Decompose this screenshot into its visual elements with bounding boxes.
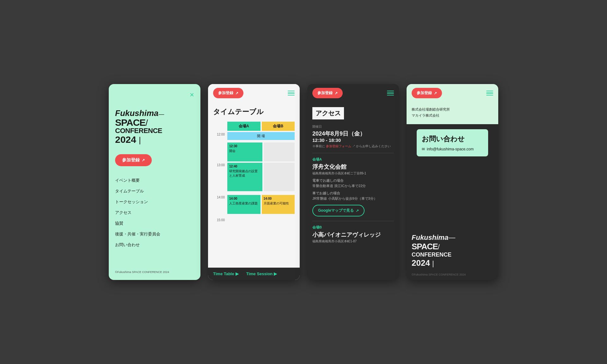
register-button[interactable]: 参加登録 ↗	[115, 154, 152, 166]
registration-link[interactable]: 参加登録フォーム	[326, 144, 351, 148]
time-label-1500: 15:00	[213, 218, 226, 222]
timetable-grid: 12:00 開 場 12:30 開会 13:00 12:40 研究開発拠点の設置…	[213, 132, 295, 222]
screen-menu: × Fukushima— SPACE/ CONFERENCE 2024 | 参加…	[109, 84, 200, 280]
car-detail: JR常磐線 小高駅から徒歩9分（車で3分）	[312, 196, 394, 201]
external-link-icon-map: ↗	[356, 209, 359, 213]
hamburger-menu-icon-3[interactable]	[387, 91, 394, 96]
time-row-1230: 12:30 開会	[213, 143, 295, 161]
access-header: 参加登録 ↗	[307, 84, 399, 102]
train-label: 電車でお越しの場合	[312, 178, 394, 183]
venue-b-section: 会場B 小高パイオニアヴィレッジ 福島県南相馬市小高区本町1-87	[312, 225, 394, 244]
contact-section: お問い合わせ ✉ info@fukushima-space.com	[407, 124, 498, 161]
menu-header: ×	[115, 90, 194, 99]
time-row-1200: 12:00 開 場	[213, 132, 295, 140]
date-section: 開催日 2024年8月9日（金） 12:30 - 18:30 ※事前に 参加登録…	[312, 124, 394, 149]
session-cell-1240b	[264, 163, 295, 191]
venue-b-name: 小高パイオニアヴィレッジ	[312, 231, 394, 239]
timetable-title: タイムテーブル	[213, 107, 295, 117]
nav-item-overview[interactable]: イベント概要	[115, 175, 194, 186]
external-link-icon-3: ↗	[334, 91, 338, 95]
venue-b-label: 会場B	[312, 225, 394, 230]
nav-item-timetable[interactable]: タイムテーブル	[115, 186, 194, 197]
session-footer-btn[interactable]: Time Session ▶	[246, 271, 277, 276]
google-map-button[interactable]: Googleマップで見る ↗	[312, 205, 365, 216]
screen-timetable: 参加登録 ↗ タイムテーブル 会場A 会場B 12:00 開 場 12:30	[208, 84, 300, 280]
access-title: アクセス	[312, 107, 344, 119]
screen-access: 参加登録 ↗ アクセス 開催日 2024年8月9日（金） 12:30 - 18:…	[307, 84, 399, 280]
opening-bar: 開 場	[227, 132, 295, 140]
screen-contact: 参加登録 ↗ 株式会社場創総合研究所 マカイラ株式会社 お問い合わせ ✉ inf…	[407, 84, 498, 280]
session-cell-1400b: 14:00 月面産業の可能性	[262, 195, 295, 214]
nav-item-contact[interactable]: お問い合わせ	[115, 240, 194, 250]
nav-item-sponsor[interactable]: 協賛	[115, 218, 194, 229]
external-link-icon: ↗	[142, 158, 145, 162]
nav-item-access[interactable]: アクセス	[115, 207, 194, 218]
time-row-1500: 15:00	[213, 218, 295, 222]
access-date: 2024年8月9日（金）	[312, 130, 394, 137]
sponsor-name-2: マカイラ株式会社	[412, 113, 493, 118]
venue-b-address: 福島県南相馬市小高区本町1-87	[312, 239, 394, 244]
session-cell-1230a: 12:30 開会	[227, 143, 262, 161]
venue-b-header: 会場B	[262, 122, 295, 131]
venue-a-address: 福島県南相馬市小高区本町二丁目89-1	[312, 171, 394, 176]
access-content: アクセス 開催日 2024年8月9日（金） 12:30 - 18:30 ※事前に…	[307, 102, 399, 280]
session-cell-1240a: 12:40 研究開発拠点の設置と人材育成	[227, 163, 262, 191]
contact-title: お問い合わせ	[422, 134, 483, 144]
timetable-content: タイムテーブル 会場A 会場B 12:00 開 場 12:30 開会	[208, 102, 300, 268]
close-icon[interactable]: ×	[190, 90, 194, 99]
nav-item-session[interactable]: トークセッション	[115, 197, 194, 207]
hamburger-menu-icon[interactable]	[288, 91, 295, 96]
car-label: 車でお越しの場合	[312, 191, 394, 196]
external-link-icon-small: ↗	[352, 144, 355, 148]
sponsor-name-1: 株式会社場創総合研究所	[412, 107, 493, 112]
screen1-footer: ©Fukushima SPACE CONFERENCE 2024	[115, 270, 194, 274]
time-row-1240: 13:00 12:40 研究開発拠点の設置と人材育成	[213, 163, 295, 191]
register-button-4[interactable]: 参加登録 ↗	[412, 88, 442, 98]
logo-year: 2024 |	[115, 134, 194, 145]
time-label-1400: 14:00	[213, 195, 226, 214]
session-cell-1230b	[264, 143, 295, 161]
external-link-icon-4: ↗	[434, 91, 437, 95]
screen4-footer: ©Fukushima SPACE CONFERENCE 2024	[407, 273, 498, 280]
timetable-footer-btn[interactable]: Time Table ▶	[213, 271, 239, 276]
date-label: 開催日	[312, 124, 394, 129]
train-detail: 常磐自動車道 浪江ICから車で22分	[312, 184, 394, 188]
venue-a-section: 会場A 浮舟文化会館 福島県南相馬市小高区本町二丁目89-1 電車でお越しの場合…	[312, 157, 394, 216]
logo-fukushima: Fukushima—	[115, 109, 194, 118]
session-cell-1400a: 14:00 人工衛星産業の課題	[227, 195, 261, 214]
email-icon: ✉	[422, 147, 425, 151]
logo-area: Fukushima— SPACE/ CONFERENCE 2024 |	[115, 109, 194, 145]
venue-a-name: 浮舟文化会館	[312, 163, 394, 171]
register-button-2[interactable]: 参加登録 ↗	[213, 88, 243, 98]
timetable-header: 参加登録 ↗	[208, 84, 300, 102]
access-time: 12:30 - 18:30	[312, 137, 394, 143]
contact-email: ✉ info@fukushima-space.com	[422, 147, 483, 151]
venue-headers: 会場A 会場B	[227, 122, 295, 131]
arrow-right-icon: ▶	[236, 271, 239, 276]
register-button-3[interactable]: 参加登録 ↗	[312, 88, 343, 98]
screen4-logo: Fukushima— SPACE/ CONFERENCE 2024 |	[407, 228, 498, 273]
sponsor-area: 株式会社場創総合研究所 マカイラ株式会社	[407, 102, 498, 124]
timetable-footer: Time Table ▶ Time Session ▶	[208, 268, 300, 280]
nav-item-support[interactable]: 後援・共催・実行委員会	[115, 229, 194, 240]
venue-a-header: 会場A	[227, 122, 261, 131]
time-label-1230	[213, 143, 226, 161]
arrow-right-icon-2: ▶	[274, 271, 277, 276]
nav-menu: イベント概要 タイムテーブル トークセッション アクセス 協賛 後援・共催・実行…	[115, 175, 194, 270]
contact-box: お問い合わせ ✉ info@fukushima-space.com	[417, 129, 488, 156]
contact-header: 参加登録 ↗	[407, 84, 498, 102]
access-note: ※事前に 参加登録フォーム ↗ からお申し込みください	[312, 144, 394, 149]
external-link-icon-2: ↗	[235, 91, 238, 95]
logo-space: SPACE/	[115, 118, 194, 127]
hamburger-menu-icon-4[interactable]	[486, 91, 493, 96]
time-row-1400: 14:00 14:00 人工衛星産業の課題 14:00 月面産業の可能性	[213, 195, 295, 214]
time-label-1300: 13:00	[213, 163, 226, 191]
venue-a-label: 会場A	[312, 157, 394, 162]
time-label-1200: 12:00	[213, 132, 226, 140]
logo-conference: CONFERENCE	[115, 127, 194, 134]
